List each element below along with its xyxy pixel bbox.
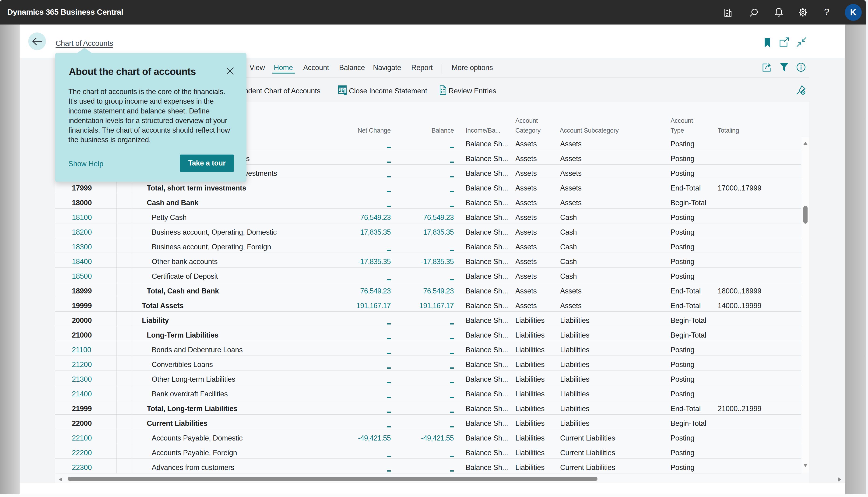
svg-text:36: 36: [339, 87, 344, 93]
